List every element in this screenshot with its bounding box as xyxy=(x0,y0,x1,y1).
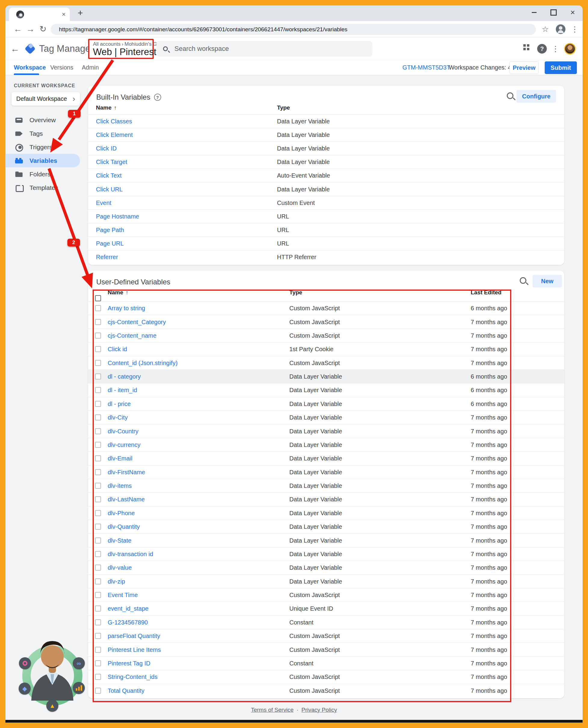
maximize-button[interactable] xyxy=(549,8,558,17)
variable-link[interactable]: Click ID xyxy=(96,145,117,152)
variable-link[interactable]: Referrer xyxy=(96,254,118,260)
apps-grid-icon[interactable] xyxy=(523,44,529,50)
row-checkbox[interactable] xyxy=(95,510,101,516)
container-selector[interactable]: Web | Pinterest ▾ xyxy=(93,47,163,58)
variable-link[interactable]: Event xyxy=(96,199,111,206)
variable-link[interactable]: parseFloat Quantity xyxy=(108,633,160,640)
row-checkbox[interactable] xyxy=(95,538,101,544)
browser-tab[interactable]: × xyxy=(9,7,70,21)
row-checkbox[interactable] xyxy=(95,455,101,461)
variable-link[interactable]: dlv-FirstName xyxy=(108,469,145,476)
variable-link[interactable]: dlv-currency xyxy=(108,441,141,448)
configure-button[interactable]: Configure xyxy=(517,90,556,103)
tab-close-icon[interactable]: × xyxy=(60,10,68,19)
row-checkbox[interactable] xyxy=(95,524,101,530)
column-name[interactable]: Name ↑ xyxy=(108,289,128,296)
tab-workspace[interactable]: Workspace xyxy=(14,60,46,75)
breadcrumb-account[interactable]: All accounts xyxy=(93,41,121,47)
minimize-button[interactable] xyxy=(530,8,539,17)
preview-button[interactable]: Preview xyxy=(509,61,539,74)
column-last-edited[interactable]: Last Edited xyxy=(471,289,501,296)
variable-link[interactable]: dlv-Country xyxy=(108,428,138,434)
reload-icon[interactable]: ↻ xyxy=(37,23,49,35)
variable-link[interactable]: dlv-value xyxy=(108,564,132,571)
row-checkbox[interactable] xyxy=(95,360,101,366)
new-variable-button[interactable]: New xyxy=(533,275,562,287)
row-checkbox[interactable] xyxy=(95,305,101,311)
row-checkbox[interactable] xyxy=(95,414,101,420)
submit-button[interactable]: Submit xyxy=(545,61,577,74)
row-checkbox[interactable] xyxy=(95,606,101,611)
container-id-link[interactable]: GTM-MMST5D3T xyxy=(402,60,450,75)
variable-link[interactable]: cjs-Content_Category xyxy=(108,318,166,325)
help-icon[interactable]: ? xyxy=(154,94,161,101)
row-checkbox[interactable] xyxy=(95,551,101,557)
search-icon[interactable] xyxy=(520,277,526,284)
variable-link[interactable]: Page Hostname xyxy=(96,213,139,220)
variable-link[interactable]: Array to string xyxy=(108,305,145,312)
variable-link[interactable]: Click Element xyxy=(96,132,133,138)
variable-link[interactable]: Event Time xyxy=(108,592,138,599)
variable-link[interactable]: Click id xyxy=(108,346,127,353)
help-icon[interactable]: ? xyxy=(537,44,547,54)
workspace-selector-card[interactable]: Default Workspace › xyxy=(12,92,80,106)
terms-link[interactable]: Terms of Service xyxy=(251,707,293,713)
row-checkbox[interactable] xyxy=(95,387,101,393)
variable-link[interactable]: dlv-LastName xyxy=(108,496,145,503)
row-checkbox[interactable] xyxy=(95,332,101,339)
row-checkbox[interactable] xyxy=(95,401,101,407)
row-checkbox[interactable] xyxy=(95,579,101,584)
privacy-link[interactable]: Privacy Policy xyxy=(301,707,337,713)
variable-link[interactable]: Pinterest Line Items xyxy=(108,646,161,653)
more-options-icon[interactable]: ⋮ xyxy=(551,44,560,54)
row-checkbox[interactable] xyxy=(95,442,101,448)
address-bar[interactable]: https://tagmanager.google.com/#/containe… xyxy=(50,24,536,35)
variable-link[interactable]: dlv-Phone xyxy=(108,509,135,517)
variable-link[interactable]: event_id_stape xyxy=(108,605,149,612)
select-all-checkbox[interactable] xyxy=(95,295,101,301)
bookmark-star-icon[interactable]: ☆ xyxy=(540,23,551,35)
sidebar-item-triggers[interactable]: Triggers xyxy=(5,140,86,154)
variable-link[interactable]: dlv-State xyxy=(108,537,131,544)
variable-link[interactable]: Total Quantity xyxy=(108,687,144,694)
gtm-back-icon[interactable]: ← xyxy=(9,43,21,55)
account-avatar[interactable] xyxy=(564,43,576,55)
variable-link[interactable]: Pinterest Tag ID xyxy=(108,660,150,667)
row-checkbox[interactable] xyxy=(95,469,101,475)
variable-link[interactable]: Click Classes xyxy=(96,118,132,125)
variable-link[interactable]: dlv-zip xyxy=(108,578,125,585)
row-checkbox[interactable] xyxy=(95,565,101,571)
column-name[interactable]: Name ↑ xyxy=(96,104,117,111)
variable-link[interactable]: dlv-Email xyxy=(108,455,132,462)
variable-link[interactable]: Content_id (Json.stringify) xyxy=(108,359,177,366)
close-button[interactable]: × xyxy=(568,8,577,17)
sidebar-item-folders[interactable]: Folders xyxy=(5,167,86,181)
search-icon[interactable] xyxy=(507,93,513,99)
variable-link[interactable]: G-1234567890 xyxy=(108,619,148,626)
variable-link[interactable]: dl - price xyxy=(108,400,131,407)
forward-icon[interactable]: → xyxy=(25,23,36,35)
back-icon[interactable]: ← xyxy=(12,23,23,35)
sidebar-item-tags[interactable]: Tags xyxy=(5,127,86,140)
browser-profile-avatar[interactable] xyxy=(556,24,565,34)
row-checkbox[interactable] xyxy=(95,346,101,352)
workspace-search-input[interactable]: Search workspace xyxy=(156,41,372,57)
variable-link[interactable]: dlv-items xyxy=(108,482,132,489)
variable-link[interactable]: String-Content_ids xyxy=(108,673,158,681)
row-checkbox[interactable] xyxy=(95,592,101,598)
row-checkbox[interactable] xyxy=(95,483,101,489)
tab-admin[interactable]: Admin xyxy=(82,60,99,75)
new-tab-button[interactable]: + xyxy=(75,8,85,18)
row-checkbox[interactable] xyxy=(95,373,101,380)
variable-link[interactable]: Page Path xyxy=(96,226,124,233)
variable-link[interactable]: dl - item_id xyxy=(108,387,137,393)
variable-link[interactable]: Click Target xyxy=(96,159,127,165)
sidebar-item-overview[interactable]: Overview xyxy=(5,113,86,127)
variable-link[interactable]: dl - category xyxy=(108,373,141,380)
variable-link[interactable]: cjs-Content_name xyxy=(108,332,156,339)
variable-link[interactable]: dlv-transaction id xyxy=(108,550,153,558)
row-checkbox[interactable] xyxy=(95,619,101,625)
variable-link[interactable]: Click Text xyxy=(96,172,122,179)
row-checkbox[interactable] xyxy=(95,496,101,502)
tab-versions[interactable]: Versions xyxy=(50,60,74,75)
